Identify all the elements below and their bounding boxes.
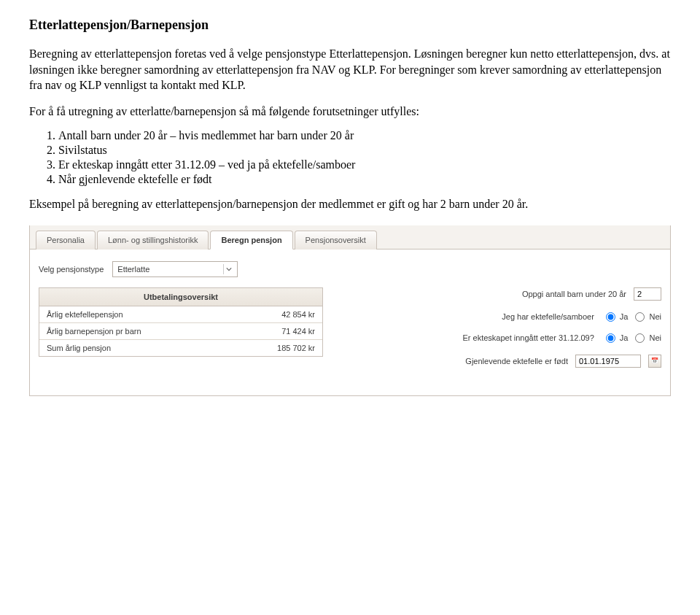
pensjonstype-select[interactable]: Etterlatte — [112, 261, 238, 277]
table-row: Årlig ektefellepensjon 42 854 kr — [39, 306, 322, 323]
ektefelle-radio-group: Ja Nei — [602, 312, 661, 322]
radio-label-ja: Ja — [620, 312, 629, 321]
row-label: Sum årlig pensjon — [47, 344, 111, 352]
ektefelle-nei-radio[interactable] — [635, 312, 645, 322]
pensjonstype-label: Velg pensjonstype — [39, 265, 104, 274]
list-item: Er ekteskap inngått etter 31.12.09 – ved… — [58, 158, 671, 171]
prerequisite-list: Antall barn under 20 år – hvis medlemmet… — [29, 129, 671, 186]
row-value: 185 702 kr — [277, 344, 315, 352]
intro-paragraph-1: Beregning av etterlattepensjon foretas v… — [29, 46, 671, 93]
radio-label-nei: Nei — [649, 312, 661, 321]
radio-label-ja: Ja — [620, 333, 629, 342]
pensjonstype-value: Etterlatte — [117, 265, 149, 274]
intro-paragraph-2: For å få utregning av etterlatte/barnepe… — [29, 104, 671, 120]
tab-pensjonsoversikt[interactable]: Pensjonsoversikt — [295, 231, 377, 250]
row-value: 71 424 kr — [281, 327, 315, 336]
tab-bar: Personalia Lønn- og stillingshistorikk B… — [30, 225, 670, 250]
ekteskap-nei-radio[interactable] — [635, 333, 645, 343]
tab-beregn-pensjon[interactable]: Beregn pensjon — [210, 231, 292, 250]
antall-barn-label: Oppgi antall barn under 20 år — [522, 290, 626, 298]
example-paragraph: Eksempel på beregning av etterlattepensj… — [29, 196, 671, 212]
ektefelle-ja-radio[interactable] — [606, 312, 615, 322]
row-value: 42 854 kr — [281, 310, 315, 319]
ekteskap-ja-radio[interactable] — [606, 333, 615, 343]
row-label: Årlig barnepensjon pr barn — [47, 327, 141, 336]
pension-app-screenshot: Personalia Lønn- og stillingshistorikk B… — [29, 225, 671, 396]
chevron-down-icon — [223, 264, 234, 274]
calendar-icon[interactable]: 📅 — [648, 355, 661, 368]
radio-label-nei: Nei — [649, 333, 661, 342]
table-header: Utbetalingsoversikt — [39, 288, 322, 306]
table-row: Sum årlig pensjon 185 702 kr — [39, 340, 322, 356]
list-item: Sivilstatus — [58, 144, 671, 157]
tab-personalia[interactable]: Personalia — [36, 231, 96, 250]
list-item: Antall barn under 20 år – hvis medlemmet… — [58, 129, 671, 142]
utbetalingsoversikt-table: Utbetalingsoversikt Årlig ektefellepensj… — [39, 287, 323, 357]
fodt-input[interactable] — [575, 355, 641, 368]
antall-barn-input[interactable] — [634, 287, 661, 301]
tab-lonn-historikk[interactable]: Lønn- og stillingshistorikk — [97, 231, 209, 250]
fodt-label: Gjenlevende ektefelle er født — [465, 357, 568, 365]
row-label: Årlig ektefellepensjon — [47, 310, 123, 319]
table-row: Årlig barnepensjon pr barn 71 424 kr — [39, 323, 322, 340]
ekteskap-radio-group: Ja Nei — [602, 333, 661, 343]
list-item: Når gjenlevende ektefelle er født — [58, 173, 671, 186]
ektefelle-label: Jeg har ektefelle/samboer — [502, 312, 594, 321]
ekteskap-label: Er ekteskapet inngått etter 31.12.09? — [462, 333, 594, 342]
page-title: Etterlattepensjon/Barnepensjon — [29, 18, 671, 33]
